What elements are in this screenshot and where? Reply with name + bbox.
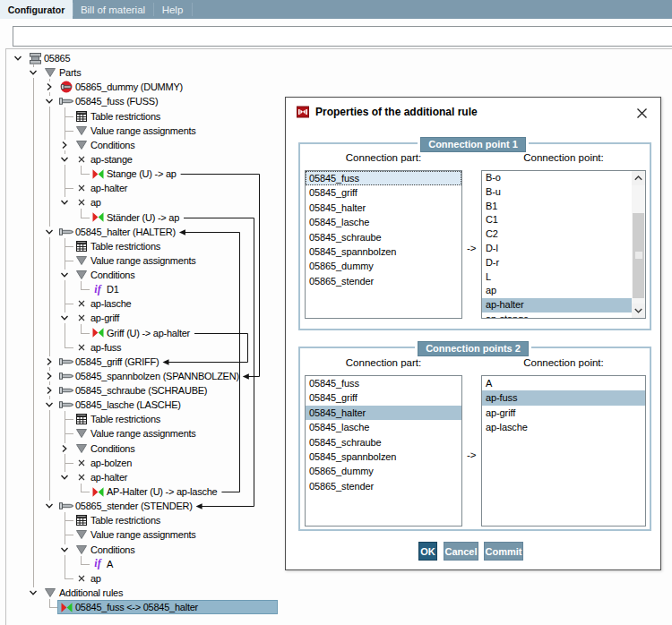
tree-item[interactable]: A <box>107 557 113 571</box>
chevron-down-icon[interactable] <box>28 587 39 598</box>
cancel-button[interactable]: Cancel <box>444 542 478 561</box>
tree-item[interactable]: 05845_spannbolzen (SPANNBOLZEN) <box>75 369 239 383</box>
list-item[interactable]: 05845_griff <box>306 390 461 405</box>
tree-item[interactable]: Ständer (U) -> ap <box>107 210 179 225</box>
tree-item[interactable]: Value range assignments <box>90 426 196 441</box>
list-item[interactable]: 05865_dummy <box>306 464 461 478</box>
list-item[interactable]: ap-griff <box>482 406 645 420</box>
scrollbar[interactable] <box>632 171 645 318</box>
chevron-right-icon[interactable] <box>44 356 55 367</box>
tree-item[interactable]: 05845_fuss <-> 05845_halter <box>75 600 198 614</box>
list-item[interactable]: ap-stange <box>482 312 645 319</box>
list-item[interactable]: 05865_stender <box>306 479 461 493</box>
tree-item[interactable]: D1 <box>107 282 119 296</box>
tree-item[interactable]: Parts <box>59 65 81 80</box>
bowtie-icon <box>90 167 105 181</box>
list-item[interactable]: L <box>482 270 645 285</box>
tree-item[interactable]: ap <box>90 571 101 586</box>
tree-item[interactable]: Value range assignments <box>90 253 196 268</box>
tree-item[interactable]: ap <box>90 195 101 210</box>
tree-item[interactable]: Additional rules <box>59 586 123 600</box>
tree-item[interactable]: Conditions <box>90 138 134 152</box>
chevron-down-icon[interactable] <box>44 227 55 237</box>
scrollbar-thumb[interactable] <box>633 213 644 298</box>
list-item[interactable]: 05845_lasche <box>306 215 461 229</box>
tree-item[interactable]: Stange (U) -> ap <box>107 167 177 181</box>
tree-item[interactable]: Table restrictions <box>90 239 160 253</box>
chevron-down-icon[interactable] <box>44 96 55 107</box>
list-item[interactable]: 05845_fuss <box>306 171 461 185</box>
tree-item[interactable]: Conditions <box>90 441 134 456</box>
tree-item[interactable]: 05845_griff (GRIFF) <box>75 355 159 369</box>
tree-item[interactable]: ap-bolzen <box>90 456 132 470</box>
list-item[interactable]: ap-halter <box>482 298 645 312</box>
list-item[interactable]: B1 <box>482 200 645 214</box>
tree-item[interactable]: Conditions <box>90 268 134 282</box>
tree-item[interactable]: 05865_stender (STENDER) <box>75 499 193 513</box>
tree-item[interactable]: 05865_dummy (DUMMY) <box>75 80 183 94</box>
tree-item[interactable]: Conditions <box>90 543 134 557</box>
tree-item[interactable]: ap-stange <box>90 152 133 167</box>
chevron-right-icon[interactable] <box>44 81 55 92</box>
list-item[interactable]: 05845_halter <box>306 406 461 420</box>
tree-item[interactable]: AP-Halter (U) -> ap-lasche <box>107 484 217 499</box>
tree-item[interactable]: Table restrictions <box>90 513 160 527</box>
tree-item[interactable]: 05845_halter (HALTER) <box>75 225 176 239</box>
tree-item[interactable]: Table restrictions <box>90 412 160 426</box>
list-item[interactable]: 05845_schraube <box>306 230 461 244</box>
list-item[interactable]: B-u <box>482 185 645 200</box>
tree-item[interactable]: ap-halter <box>90 470 127 484</box>
list-item[interactable]: 05865_stender <box>306 274 461 288</box>
scrollbar-up-icon[interactable] <box>632 171 645 185</box>
chevron-down-icon[interactable] <box>59 154 70 165</box>
tree-item[interactable]: 05865 <box>44 51 70 65</box>
tree-item[interactable]: ap-halter <box>90 181 127 195</box>
chevron-down-icon[interactable] <box>13 53 23 64</box>
list-item[interactable]: D-l <box>482 242 645 256</box>
list-item[interactable]: 05845_halter <box>306 201 461 215</box>
chevron-right-icon[interactable] <box>44 371 55 381</box>
list-item[interactable]: 05845_spannbolzen <box>306 449 461 464</box>
commit-button[interactable]: Commit <box>484 542 523 561</box>
list-item[interactable]: 05845_spannbolzen <box>306 244 461 259</box>
tree-item[interactable]: ap-lasche <box>90 296 131 311</box>
list-item[interactable]: ap-fuss <box>482 390 645 405</box>
close-icon[interactable] <box>636 107 648 118</box>
list-item[interactable]: C2 <box>482 227 645 242</box>
chevron-right-icon[interactable] <box>59 140 70 150</box>
list-item[interactable]: 05845_schraube <box>306 435 461 449</box>
tree-guide-line <box>81 484 82 492</box>
tree-item[interactable]: 05845_fuss (FUSS) <box>75 94 158 108</box>
list-item[interactable]: C1 <box>482 213 645 227</box>
list-item[interactable]: 05845_lasche <box>306 420 461 434</box>
tree-item[interactable]: 05845_lasche (LASCHE) <box>75 398 181 412</box>
list-item[interactable]: A <box>482 376 645 390</box>
chevron-down-icon[interactable] <box>44 501 55 511</box>
chevron-down-icon[interactable] <box>59 472 70 483</box>
tree-item[interactable]: ap-griff <box>90 311 119 325</box>
chevron-right-icon[interactable] <box>59 443 70 454</box>
list-item[interactable]: B-o <box>482 171 645 185</box>
chevron-down-icon[interactable] <box>59 544 70 555</box>
ok-button[interactable]: OK <box>418 542 437 561</box>
chevron-down-icon[interactable] <box>59 270 70 280</box>
tree-item[interactable]: 05845_schraube (SCHRAUBE) <box>75 383 207 398</box>
tree-item[interactable]: Value range assignments <box>90 527 196 542</box>
list-item[interactable]: 05845_fuss <box>306 376 461 390</box>
tree-item[interactable]: Table restrictions <box>90 109 160 124</box>
list-item[interactable]: 05865_dummy <box>306 259 461 273</box>
scrollbar-down-icon[interactable] <box>632 304 645 318</box>
chevron-right-icon[interactable] <box>44 385 55 396</box>
tree-item[interactable]: Griff (U) -> ap-halter <box>107 326 190 340</box>
chevron-down-icon[interactable] <box>59 197 70 208</box>
tree-item[interactable]: Value range assignments <box>90 124 196 138</box>
chevron-down-icon[interactable] <box>59 312 70 323</box>
tree-guide-line <box>49 599 50 607</box>
list-item[interactable]: ap <box>482 284 645 298</box>
list-item[interactable]: 05845_griff <box>306 185 461 200</box>
list-item[interactable]: D-r <box>482 256 645 270</box>
list-item[interactable]: ap-lasche <box>482 420 645 434</box>
tree-item[interactable]: ap-fuss <box>90 340 121 355</box>
chevron-down-icon[interactable] <box>28 67 39 78</box>
chevron-down-icon[interactable] <box>44 399 55 410</box>
